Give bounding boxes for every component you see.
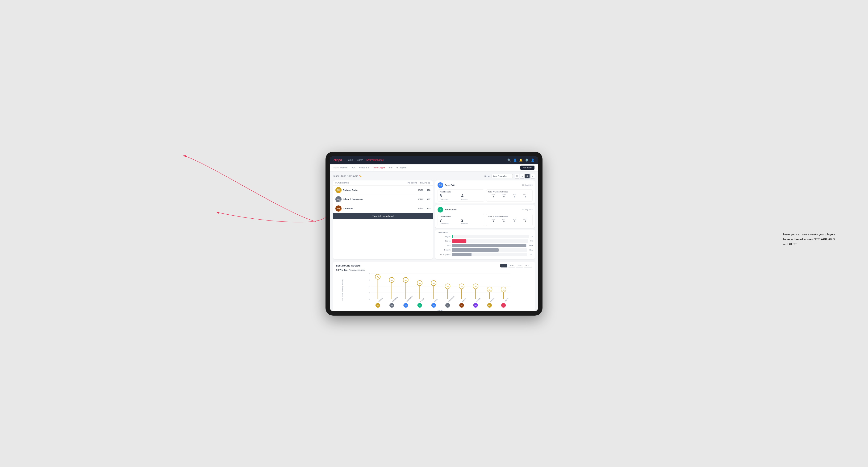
svg-text:Players: Players: [437, 309, 443, 311]
stat-putt-label-2: PUTT1: [520, 218, 530, 222]
nav-home[interactable]: Home: [346, 158, 353, 162]
streaks-header: Best Round Streaks OTT APP ARG PUTT: [336, 264, 532, 268]
stat-group-practice-1: Total Practice Activities OTT0 APP0 ARG0…: [486, 189, 533, 201]
nav-my-performance[interactable]: My Performance: [366, 158, 383, 162]
h-bar-container-pars: [452, 244, 527, 247]
chart-title: Total Shots: [437, 231, 533, 234]
subnav-tour[interactable]: Tour: [388, 165, 393, 170]
bell-icon[interactable]: 🔔: [519, 158, 523, 162]
svg-text:RBu: RBu: [488, 305, 491, 306]
chart-subtitle-secondary: Fairway Accuracy: [349, 269, 365, 271]
h-chart-row-birdies: Birdies 96: [437, 239, 533, 243]
table-row: EC 2 Edward Crossman 18/20 107: [333, 195, 433, 204]
user-icon[interactable]: 👤: [513, 158, 517, 162]
svg-text:MM: MM: [474, 305, 477, 306]
card-view-btn[interactable]: ▦: [525, 174, 530, 179]
subnav: PGAT Players PGA Hcaps 1-5 Team Clippd T…: [330, 164, 538, 172]
h-bar-eagles: [452, 235, 453, 238]
h-bar-container-birdies: [452, 239, 528, 243]
table-row: CM 3 Cameron... 17/20 103: [333, 204, 433, 213]
add-team-button[interactable]: Add Team: [520, 165, 534, 170]
stat-group-practice-2: Total Practice Activities OTT0 APP0 ARG0…: [486, 214, 533, 226]
subnav-pgat[interactable]: PGAT Players: [334, 165, 347, 170]
pb-avg-1: 110: [423, 189, 431, 191]
stat-row-1: OTT0 APP0 ARG0 PUTT0: [488, 194, 531, 198]
subnav-hcaps[interactable]: Hcaps 1-5: [359, 165, 369, 170]
table-row: RB 1 Richard Butler 19/20 110: [333, 186, 433, 195]
player-card-1-date: 02 Sep 2023: [522, 184, 533, 186]
streaks-section: Best Round Streaks OTT APP ARG PUTT Off …: [333, 261, 535, 311]
svg-text:4x: 4x: [461, 286, 463, 288]
team-title: Team Clippd 14 Players ✏️: [333, 175, 362, 177]
svg-text:EE: EE: [377, 305, 379, 306]
player-card-1-avatar: RB: [437, 182, 443, 188]
nav-links: Home Teams My Performance: [346, 158, 507, 162]
stat-arg-label-1: ARG0: [509, 194, 520, 198]
pb-score-2: 18/20: [415, 198, 423, 200]
svg-text:J. Coles: J. Coles: [420, 298, 425, 302]
rounds-stat-2: 7 Tournament 2 Practice: [440, 218, 482, 225]
streaks-title: Best Round Streaks: [336, 264, 361, 267]
avatar-icon[interactable]: 👤: [531, 158, 534, 162]
filter-putt[interactable]: PUTT: [524, 264, 532, 268]
subnav-team-clippd[interactable]: Team Clippd: [372, 165, 385, 170]
list-view-btn[interactable]: ≡: [520, 174, 525, 179]
player-card-1: RB Rees Britt 02 Sep 2023 Total Rounds 8: [435, 181, 535, 204]
h-label-eagles: Eagles: [437, 236, 451, 238]
grid-view-btn[interactable]: ⊞: [515, 174, 519, 179]
player-card-2: JC Josh Coles 26 Aug 2023 Total Rounds 7: [435, 205, 535, 228]
h-bar-dbogeys: [452, 253, 471, 256]
search-icon[interactable]: 🔍: [507, 158, 511, 162]
player-card-2-header: JC Josh Coles 26 Aug 2023: [437, 207, 533, 213]
filter-app[interactable]: APP: [508, 264, 515, 268]
settings-icon[interactable]: ⚙️: [525, 158, 529, 162]
filter-arg[interactable]: ARG: [516, 264, 523, 268]
player-name-2: Edward Crossman: [343, 198, 363, 200]
pb-avg-2: 107: [423, 198, 431, 200]
h-value-eagles: 3: [532, 236, 533, 238]
edit-icon[interactable]: ✏️: [359, 175, 362, 177]
h-bar-pars: [452, 244, 526, 247]
svg-text:6x: 6x: [405, 279, 407, 281]
stat-title-rounds-1: Total Rounds: [440, 191, 482, 193]
practice-rounds-1: 4 Practice: [461, 194, 482, 200]
player-card-1-stats: Total Rounds 8 Tournament 4 Practice: [437, 189, 533, 201]
svg-text:E. Ewert: E. Ewert: [378, 297, 383, 302]
pb-score-3: 17/20: [415, 207, 423, 210]
stat-ott-label-2: OTT0: [488, 218, 498, 222]
stat-title-rounds-2: Total Rounds: [440, 215, 482, 217]
player-card-2-name: JC Josh Coles: [437, 207, 457, 213]
h-bar-container-dbogeys: [452, 253, 527, 256]
h-bar-container-bogeys: [452, 248, 527, 252]
subnav-pga[interactable]: PGA: [351, 165, 355, 170]
main-content: Team Clippd 14 Players ✏️ Show Last 3 mo…: [330, 172, 538, 311]
two-col-layout: PLAYER NAME PB SCORE PB AVG SQ RB 1 Rich…: [333, 181, 535, 259]
svg-text:DB: DB: [405, 305, 407, 306]
view-leaderboard-button[interactable]: View Full Leaderboard: [333, 213, 433, 219]
y-axis-label: Best Streak, Fairway Accuracy: [342, 288, 343, 301]
stat-app-label-1: APP0: [499, 194, 509, 198]
tournament-rounds-1: 8 Tournament: [440, 194, 460, 200]
svg-text:M. Miller: M. Miller: [475, 297, 481, 303]
player-card-1-name: RB Rees Britt: [437, 182, 455, 188]
nav-teams[interactable]: Teams: [356, 158, 363, 162]
stat-app-label-2: APP0: [499, 218, 509, 222]
player-info-3: CM 3 Cameron...: [335, 206, 415, 212]
svg-text:2: 2: [369, 292, 370, 294]
rank-badge-2: 2: [339, 200, 342, 203]
svg-text:7x: 7x: [377, 276, 379, 278]
h-chart-row-pars: Pars 499: [437, 244, 533, 247]
filter-ott[interactable]: OTT: [500, 264, 507, 268]
streak-filters: OTT APP ARG PUTT: [500, 264, 532, 268]
player-card-2-avatar: JC: [437, 207, 443, 213]
h-value-dbogeys: 131: [530, 253, 533, 255]
time-period-select[interactable]: Last 3 months Last 6 months Last 12 mont…: [492, 174, 513, 178]
table-view-btn[interactable]: ≡: [530, 174, 535, 179]
col-pb-score: PB SCORE: [408, 182, 417, 184]
subnav-all-players[interactable]: All Players: [396, 165, 406, 170]
h-chart-row-bogeys: Bogeys 311: [437, 248, 533, 252]
stat-row-2: OTT0 APP0 ARG0 PUTT1: [488, 218, 531, 222]
team-name: Team Clippd: [333, 175, 346, 177]
svg-text:B. Ford: B. Ford: [461, 298, 466, 302]
svg-text:3x: 3x: [502, 289, 504, 291]
